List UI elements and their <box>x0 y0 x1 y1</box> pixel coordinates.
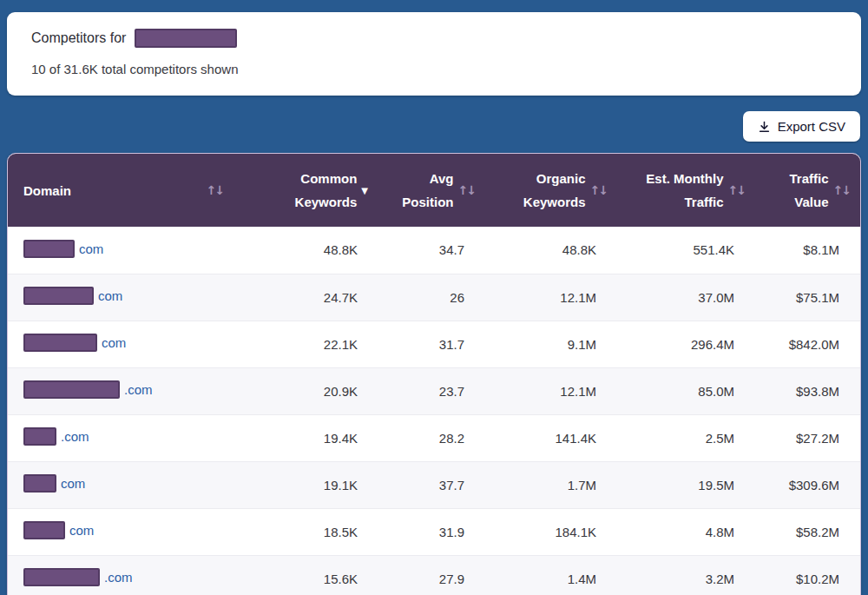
domain-cell: com <box>8 321 251 367</box>
redacted-domain-box <box>23 240 75 258</box>
table-row: .com 19.4K 28.2 141.4K 2.5M $27.2M <box>8 414 861 461</box>
redacted-domain-box <box>23 568 100 586</box>
redacted-domain-box <box>23 334 97 352</box>
domain-link[interactable]: com <box>23 474 85 493</box>
organic-keywords-value: 184.1K <box>487 508 619 555</box>
redacted-domain-box <box>23 287 94 305</box>
download-icon <box>758 120 771 134</box>
est-monthly-traffic-value: 551.4K <box>619 227 757 274</box>
organic-keywords-header-line1: Organic <box>536 171 586 186</box>
domain-cell: com <box>8 274 251 321</box>
traffic-value-header-line1: Traffic <box>790 171 829 186</box>
column-header-common-keywords[interactable]: CommonKeywords ▼ <box>251 154 380 227</box>
domain-suffix[interactable]: com <box>69 523 94 538</box>
export-csv-button[interactable]: Export CSV <box>743 111 860 142</box>
common-keywords-header-line1: Common <box>300 171 357 186</box>
common-keywords-value: 24.7K <box>251 274 380 321</box>
domain-link[interactable]: .com <box>23 427 89 446</box>
domain-link[interactable]: com <box>23 240 103 258</box>
avg-position-value: 31.9 <box>380 508 487 555</box>
table-row: com 22.1K 31.7 9.1M 296.4M $842.0M <box>8 321 861 367</box>
traffic-value-value: $842.0M <box>757 321 861 367</box>
redacted-domain-box <box>23 474 56 493</box>
domain-suffix[interactable]: .com <box>124 382 153 397</box>
traffic-value-value: $75.1M <box>757 274 861 321</box>
organic-keywords-value: 1.4M <box>487 555 619 595</box>
common-keywords-value: 15.6K <box>251 555 380 595</box>
domain-suffix[interactable]: com <box>98 288 122 303</box>
organic-keywords-value: 48.8K <box>487 227 619 274</box>
est-monthly-traffic-value: 4.8M <box>619 508 757 555</box>
traffic-value-header-line2: Value <box>794 195 828 209</box>
competitors-table: Domain ↑↓ CommonKeywords ▼ AvgPosition ↑… <box>7 153 861 595</box>
sort-desc-icon[interactable]: ▼ <box>361 186 370 195</box>
organic-keywords-value: 12.1M <box>487 367 619 414</box>
redacted-domain-box <box>23 380 120 399</box>
est-monthly-traffic-value: 19.5M <box>619 461 757 508</box>
domain-cell: .com <box>8 414 251 461</box>
column-header-organic-keywords[interactable]: OrganicKeywords ↑↓ <box>487 154 619 227</box>
export-csv-label: Export CSV <box>778 119 845 134</box>
common-keywords-header-line2: Keywords <box>295 195 358 209</box>
common-keywords-value: 22.1K <box>251 321 380 367</box>
avg-position-value: 28.2 <box>380 414 487 461</box>
traffic-value-value: $27.2M <box>757 414 861 461</box>
summary-title: Competitors for <box>31 30 126 46</box>
organic-keywords-value: 1.7M <box>487 461 619 508</box>
sort-updown-icon[interactable]: ↑↓ <box>833 183 852 197</box>
domain-link[interactable]: .com <box>23 568 133 586</box>
redacted-domain-box <box>23 427 56 446</box>
est-monthly-traffic-header-line2: Traffic <box>685 195 724 209</box>
traffic-value-value: $8.1M <box>757 227 861 274</box>
redacted-domain-box <box>135 29 237 48</box>
est-monthly-traffic-value: 3.2M <box>619 555 757 595</box>
table-row: .com 15.6K 27.9 1.4M 3.2M $10.2M <box>8 555 861 595</box>
table-row: com 19.1K 37.7 1.7M 19.5M $309.6M <box>8 461 861 508</box>
domain-suffix[interactable]: com <box>79 241 103 256</box>
organic-keywords-value: 141.4K <box>487 414 619 461</box>
column-header-avg-position[interactable]: AvgPosition ↑↓ <box>380 154 487 227</box>
domain-link[interactable]: com <box>23 521 94 539</box>
common-keywords-value: 20.9K <box>251 367 380 414</box>
common-keywords-value: 48.8K <box>251 227 380 274</box>
est-monthly-traffic-value: 85.0M <box>619 367 757 414</box>
est-monthly-traffic-value: 37.0M <box>619 274 757 321</box>
domain-suffix[interactable]: .com <box>104 570 133 585</box>
sort-updown-icon[interactable]: ↑↓ <box>458 183 477 197</box>
est-monthly-traffic-value: 296.4M <box>619 321 757 367</box>
common-keywords-value: 19.1K <box>251 461 380 508</box>
traffic-value-value: $93.8M <box>757 367 861 414</box>
traffic-value-value: $10.2M <box>757 555 861 595</box>
domain-suffix[interactable]: .com <box>61 429 89 444</box>
common-keywords-value: 18.5K <box>251 508 380 555</box>
avg-position-value: 26 <box>380 274 487 321</box>
traffic-value-value: $309.6M <box>757 461 861 508</box>
column-header-est-monthly-traffic[interactable]: Est. MonthlyTraffic ↑↓ <box>619 154 757 227</box>
table-row: com 24.7K 26 12.1M 37.0M $75.1M <box>8 274 861 321</box>
avg-position-value: 27.9 <box>380 555 487 595</box>
domain-cell: com <box>8 461 251 508</box>
domain-suffix[interactable]: com <box>102 335 126 350</box>
column-header-traffic-value[interactable]: TrafficValue ↑↓ <box>757 154 861 227</box>
domain-cell: .com <box>8 555 251 595</box>
domain-suffix[interactable]: com <box>61 476 85 491</box>
est-monthly-traffic-header-line1: Est. Monthly <box>646 171 723 186</box>
organic-keywords-header-line2: Keywords <box>523 195 586 209</box>
domain-cell: .com <box>8 367 251 414</box>
table-row: .com 20.9K 23.7 12.1M 85.0M $93.8M <box>8 367 861 414</box>
domain-cell: com <box>8 508 251 555</box>
organic-keywords-value: 12.1M <box>487 274 619 321</box>
sort-updown-icon[interactable]: ↑↓ <box>728 183 746 197</box>
domain-link[interactable]: com <box>23 287 122 305</box>
column-header-domain[interactable]: Domain ↑↓ <box>8 154 251 227</box>
common-keywords-value: 19.4K <box>251 414 380 461</box>
table-row: com 48.8K 34.7 48.8K 551.4K $8.1M <box>8 227 861 274</box>
avg-position-value: 37.7 <box>380 461 487 508</box>
table-row: com 18.5K 31.9 184.1K 4.8M $58.2M <box>8 508 861 555</box>
sort-updown-icon[interactable]: ↑↓ <box>590 183 608 197</box>
domain-link[interactable]: .com <box>23 380 153 399</box>
redacted-domain-box <box>23 521 65 539</box>
sort-updown-icon[interactable]: ↑↓ <box>207 183 235 197</box>
domain-cell: com <box>8 227 251 274</box>
domain-link[interactable]: com <box>23 334 126 352</box>
